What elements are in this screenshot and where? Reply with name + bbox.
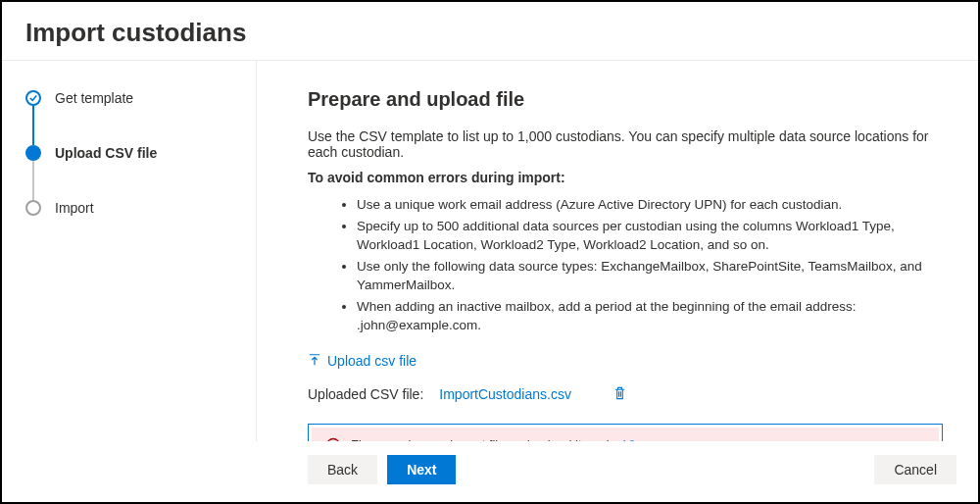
- panel-heading: Prepare and upload file: [308, 88, 943, 111]
- list-item: Specify up to 500 additional data source…: [357, 217, 943, 255]
- list-item: When adding an inactive mailbox, add a p…: [357, 297, 943, 335]
- upload-icon: [308, 353, 321, 370]
- next-button[interactable]: Next: [387, 455, 456, 484]
- current-step-icon: [25, 145, 41, 161]
- panel-description: Use the CSV template to list up to 1,000…: [308, 128, 943, 160]
- uploaded-file-name[interactable]: ImportCustodians.csv: [439, 386, 571, 402]
- main-panel: Prepare and upload file Use the CSV temp…: [257, 61, 978, 500]
- future-step-icon: [25, 200, 41, 216]
- page-title: Import custodians: [25, 18, 955, 48]
- tips-list: Use a unique work email address (Azure A…: [357, 195, 943, 335]
- step-connector: [32, 161, 34, 200]
- step-import[interactable]: Import: [25, 200, 236, 216]
- delete-file-button[interactable]: [612, 385, 627, 404]
- title-bar: Import custodians: [2, 2, 978, 61]
- list-item: Use a unique work email address (Azure A…: [357, 195, 943, 215]
- wizard-stepper: Get template Upload CSV file Import: [2, 61, 257, 500]
- panel-subheading: To avoid common errors during import:: [308, 170, 943, 185]
- upload-csv-link[interactable]: Upload csv file: [308, 353, 416, 370]
- step-label: Import: [55, 200, 94, 216]
- step-connector: [32, 106, 34, 145]
- uploaded-file-label: Uploaded CSV file:: [308, 386, 423, 402]
- wizard-footer: Back Next Cancel: [2, 441, 978, 502]
- step-label: Upload CSV file: [55, 145, 157, 161]
- step-get-template[interactable]: Get template: [25, 90, 236, 145]
- list-item: Use only the following data source types…: [357, 257, 943, 295]
- check-icon: [25, 90, 41, 106]
- back-button[interactable]: Back: [308, 455, 377, 484]
- uploaded-file-row: Uploaded CSV file: ImportCustodians.csv: [308, 385, 943, 404]
- upload-link-label: Upload csv file: [327, 353, 416, 369]
- step-upload-csv[interactable]: Upload CSV file: [25, 145, 236, 200]
- trash-icon: [612, 385, 627, 404]
- cancel-button[interactable]: Cancel: [874, 455, 956, 484]
- step-label: Get template: [55, 90, 133, 106]
